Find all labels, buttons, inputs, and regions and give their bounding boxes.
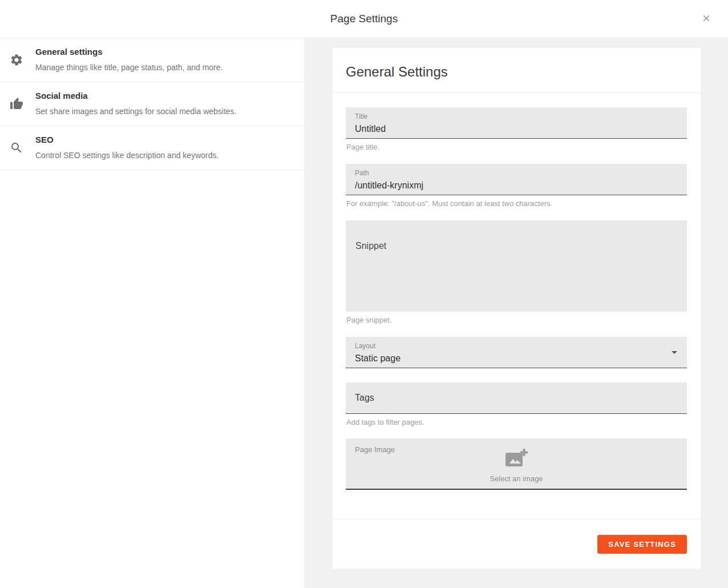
title-field-box: Title <box>346 107 687 139</box>
title-input[interactable] <box>355 122 678 136</box>
layout-select[interactable]: Layout Static page <box>346 337 687 368</box>
path-field-label: Path <box>355 169 678 178</box>
sidebar-item-description: Manage things like title, page status, p… <box>35 62 290 73</box>
modal-header: Page Settings <box>0 0 728 38</box>
tags-input[interactable] <box>355 391 678 405</box>
card-title: General Settings <box>346 63 687 81</box>
title-field-helper: Page title. <box>346 143 687 152</box>
snippet-field-helper: Page snippet. <box>346 316 687 325</box>
sidebar-item-general-settings[interactable]: General settings Manage things like titl… <box>0 38 304 82</box>
tags-field-box <box>346 382 687 414</box>
settings-sidebar: General settings Manage things like titl… <box>0 38 304 588</box>
card-header: General Settings <box>333 48 701 93</box>
sidebar-item-seo[interactable]: SEO Control SEO settings like descriptio… <box>0 126 304 170</box>
path-field-helper: For example: "/about-us". Must contain a… <box>346 199 687 208</box>
title-field-label: Title <box>355 112 678 121</box>
sidebar-item-label: General settings <box>35 46 290 58</box>
card-footer: SAVE SETTINGS <box>333 519 701 569</box>
modal-title: Page Settings <box>330 13 398 25</box>
image-add-icon <box>505 449 528 468</box>
general-settings-card: General Settings Title Page title. <box>333 48 701 569</box>
page-settings-modal: Page Settings General settings Manage th… <box>0 0 728 588</box>
sidebar-item-social-media[interactable]: Social media Set share images and settin… <box>0 82 304 126</box>
path-input[interactable] <box>355 179 678 192</box>
caret-down-icon <box>668 345 681 359</box>
close-button[interactable] <box>698 11 714 27</box>
thumb-up-icon <box>10 97 23 111</box>
sidebar-item-label: SEO <box>35 134 290 146</box>
sidebar-item-description: Control SEO settings like description an… <box>35 150 290 160</box>
snippet-textarea[interactable] <box>346 220 687 312</box>
gear-icon <box>10 53 23 67</box>
tags-field-group: Add tags to filter pages. <box>346 382 687 427</box>
snippet-field-group: Page snippet. <box>346 220 687 325</box>
card-body: Title Page title. Path For example: "/ab… <box>333 93 701 490</box>
close-icon <box>701 13 711 25</box>
modal-body: General settings Manage things like titl… <box>0 38 728 588</box>
layout-field-label: Layout <box>355 342 678 351</box>
path-field-box: Path <box>346 164 687 195</box>
path-field-group: Path For example: "/about-us". Must cont… <box>346 164 687 208</box>
sidebar-item-description: Set share images and settings for social… <box>35 106 290 116</box>
sidebar-item-label: Social media <box>35 90 290 102</box>
page-image-picker[interactable]: Page Image Select an image <box>346 438 687 490</box>
layout-selected-value: Static page <box>355 352 678 365</box>
save-settings-button[interactable]: SAVE SETTINGS <box>597 535 687 554</box>
tags-field-helper: Add tags to filter pages. <box>346 418 687 427</box>
title-field-group: Title Page title. <box>346 107 687 152</box>
layout-field-group: Layout Static page <box>346 337 687 368</box>
search-icon <box>10 141 23 155</box>
page-image-label: Page Image <box>355 445 395 454</box>
page-image-action-label: Select an image <box>490 474 543 483</box>
settings-content-pane: General Settings Title Page title. <box>304 38 728 588</box>
